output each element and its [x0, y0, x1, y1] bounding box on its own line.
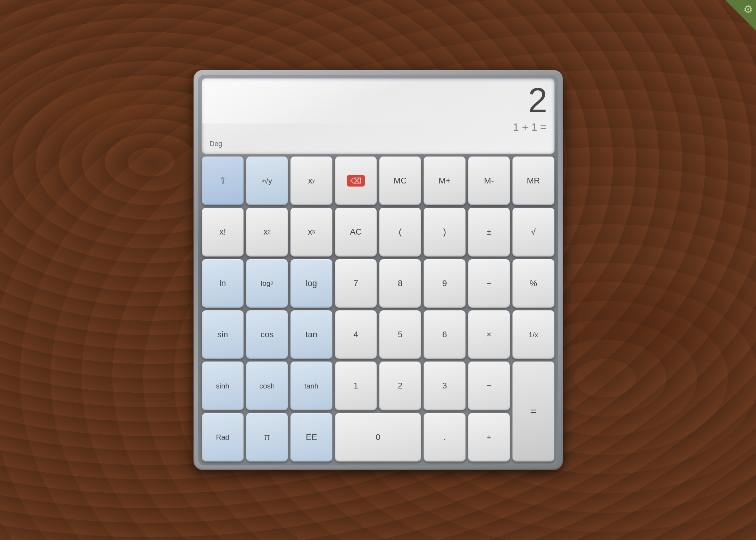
- calculator-inner: 2 1 + 1 = Deg ⇧ x√y xy ⌫ MC M+ M- MR x! …: [198, 75, 558, 465]
- six-button[interactable]: 6: [424, 310, 465, 359]
- mc-button[interactable]: MC: [379, 157, 421, 205]
- dot-button[interactable]: .: [424, 413, 465, 462]
- display-expression: 1 + 1 =: [210, 121, 547, 134]
- mr-button[interactable]: MR: [512, 157, 554, 205]
- backspace-icon: ⌫: [347, 175, 365, 187]
- sin-button[interactable]: sin: [202, 310, 244, 359]
- xcube-button[interactable]: x3: [290, 208, 332, 256]
- seven-button[interactable]: 7: [335, 259, 377, 308]
- multiply-button[interactable]: ×: [468, 310, 510, 359]
- rad-button[interactable]: Rad: [202, 413, 244, 462]
- display-deg-label: Deg: [210, 140, 222, 148]
- equals-button[interactable]: =: [512, 362, 554, 462]
- buttons-grid: ⇧ x√y xy ⌫ MC M+ M- MR x! x2 x3 AC ( ) ±…: [202, 157, 554, 462]
- ln-button[interactable]: ln: [202, 259, 244, 308]
- sinh-button[interactable]: sinh: [202, 362, 244, 410]
- calculator: 2 1 + 1 = Deg ⇧ x√y xy ⌫ MC M+ M- MR x! …: [194, 70, 563, 470]
- shift-button[interactable]: ⇧: [202, 157, 244, 205]
- display: 2 1 + 1 = Deg: [202, 78, 554, 153]
- nine-button[interactable]: 9: [424, 259, 465, 308]
- display-result: 2: [210, 83, 547, 118]
- tan-button[interactable]: tan: [290, 310, 332, 359]
- eight-button[interactable]: 8: [379, 259, 421, 308]
- xy-button[interactable]: xy: [290, 157, 332, 205]
- plusminus-button[interactable]: ±: [468, 208, 510, 256]
- mminus-button[interactable]: M-: [468, 157, 510, 205]
- cos-button[interactable]: cos: [246, 310, 288, 359]
- log-button[interactable]: log: [290, 259, 332, 308]
- two-button[interactable]: 2: [379, 362, 421, 410]
- lparen-button[interactable]: (: [379, 208, 421, 256]
- cosh-button[interactable]: cosh: [246, 362, 288, 410]
- plus-button[interactable]: +: [468, 413, 510, 462]
- one-button[interactable]: 1: [335, 362, 377, 410]
- sqrt-button[interactable]: √: [512, 208, 554, 256]
- ac-button[interactable]: AC: [335, 208, 377, 256]
- mplus-button[interactable]: M+: [424, 157, 465, 205]
- zero-button[interactable]: 0: [335, 413, 421, 462]
- tanh-button[interactable]: tanh: [290, 362, 332, 410]
- five-button[interactable]: 5: [379, 310, 421, 359]
- ee-button[interactable]: EE: [290, 413, 332, 462]
- settings-icon[interactable]: ⚙: [743, 3, 753, 16]
- three-button[interactable]: 3: [424, 362, 465, 410]
- pi-button[interactable]: π: [246, 413, 288, 462]
- divide-button[interactable]: ÷: [468, 259, 510, 308]
- four-button[interactable]: 4: [335, 310, 377, 359]
- backspace-button[interactable]: ⌫: [335, 157, 377, 205]
- xsq-button[interactable]: x2: [246, 208, 288, 256]
- xfact-button[interactable]: x!: [202, 208, 244, 256]
- settings-badge[interactable]: ⚙: [725, 0, 756, 31]
- minus-button[interactable]: −: [468, 362, 510, 410]
- xrooty-button[interactable]: x√y: [246, 157, 288, 205]
- rparen-button[interactable]: ): [424, 208, 465, 256]
- percent-button[interactable]: %: [512, 259, 554, 308]
- reciprocal-button[interactable]: 1/x: [512, 310, 554, 359]
- log2-button[interactable]: log2: [246, 259, 288, 308]
